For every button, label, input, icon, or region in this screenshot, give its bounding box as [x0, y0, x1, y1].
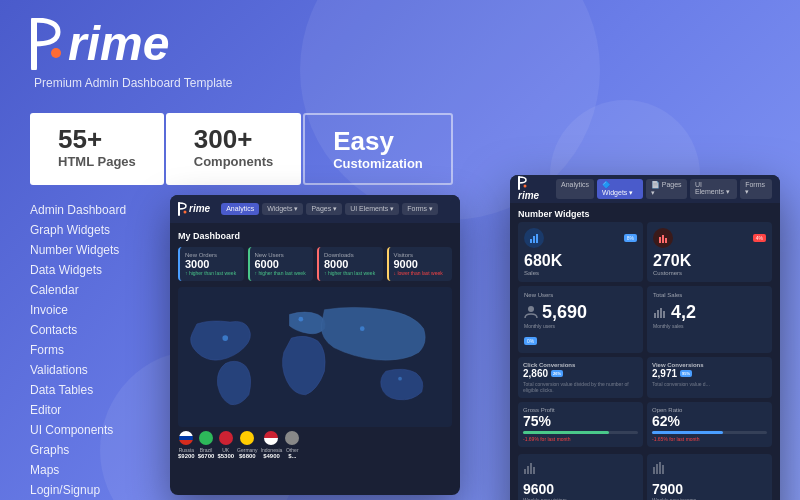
- total-sales-val: 4,2: [671, 302, 696, 323]
- dash-pill-forms: Forms ▾: [402, 203, 438, 215]
- nav-calendar[interactable]: Calendar: [30, 280, 150, 300]
- logo-p-icon: [30, 18, 66, 70]
- new-users-val: 5,690: [542, 302, 587, 323]
- svg-rect-10: [659, 237, 661, 243]
- sales-icon-circle: [524, 228, 544, 248]
- conversion-row: Click Conversions 2,860 26% Total conver…: [510, 357, 780, 402]
- progress-row: Gross Profit 75% -1.69% for last month O…: [518, 402, 772, 447]
- widget-section-title: Number Widgets: [510, 203, 780, 222]
- svg-point-0: [51, 48, 61, 58]
- world-map-svg: [178, 287, 452, 427]
- weekly-income-val: 7900: [652, 481, 767, 497]
- sales-chart-icon: [653, 305, 667, 319]
- dash-orders-val: 3000: [185, 258, 239, 270]
- widget-sales-header: 8%: [524, 228, 637, 248]
- stat-easy: Easy Customization: [303, 113, 453, 185]
- svg-point-13: [528, 306, 534, 312]
- flag-germany: Germany $6800: [237, 431, 258, 459]
- dash-left-title: My Dashboard: [178, 231, 452, 241]
- dash-stat-row: New Orders 3000 ↑ higher than last week …: [178, 247, 452, 281]
- flag-extra-circle: [285, 431, 299, 445]
- svg-rect-23: [656, 464, 658, 474]
- nav-contacts[interactable]: Contacts: [30, 320, 150, 340]
- customers-bar-icon: [658, 233, 668, 243]
- svg-point-4: [360, 326, 365, 331]
- gross-profit-bar-wrap: [523, 431, 638, 434]
- gross-profit-val: 75%: [523, 413, 638, 429]
- flag-uk: UK $5300: [217, 431, 234, 459]
- svg-rect-8: [533, 236, 535, 243]
- income-icon: [652, 459, 668, 475]
- nav-ui-components[interactable]: UI Components: [30, 420, 150, 440]
- svg-rect-18: [524, 469, 526, 474]
- dashboard-right-screenshot: rime Analytics 🔷 Widgets ▾ 📄 Pages ▾ UI …: [510, 175, 780, 500]
- dash-left-nav: Analytics Widgets ▾ Pages ▾ UI Elements …: [221, 203, 438, 215]
- dash-orders-sub: ↑ higher than last week: [185, 270, 239, 276]
- nav-validations[interactable]: Validations: [30, 360, 150, 380]
- nav-graphs[interactable]: Graphs: [30, 440, 150, 460]
- svg-rect-14: [654, 313, 656, 318]
- flag-uk-val: $5300: [217, 453, 234, 459]
- view-conv-val: 2,971 95%: [652, 368, 767, 379]
- nav-graph-widgets[interactable]: Graph Widgets: [30, 220, 150, 240]
- svg-rect-17: [663, 311, 665, 318]
- nav-forms[interactable]: Forms: [30, 340, 150, 360]
- dash-downloads-sub: ↑ higher than last week: [324, 270, 378, 276]
- svg-rect-9: [536, 234, 538, 243]
- nav-login-signup[interactable]: Login/Signup: [30, 480, 150, 500]
- dash-stat-visitors: Visitors 9000 ↓ lower than last week: [387, 247, 453, 281]
- stat-number-pages: 55+: [58, 125, 136, 154]
- dash-stat-orders: New Orders 3000 ↑ higher than last week: [178, 247, 244, 281]
- stat-label-easy: Customization: [333, 156, 423, 171]
- nav-editor[interactable]: Editor: [30, 400, 150, 420]
- click-conversions-card: Click Conversions 2,860 26% Total conver…: [518, 357, 643, 398]
- svg-rect-7: [530, 239, 532, 243]
- click-conv-desc: Total conversion value divided by the nu…: [523, 381, 638, 393]
- weekly-visitors-card: 9600 Weekly new visitors: [518, 454, 643, 500]
- stat-number-easy: Easy: [333, 127, 423, 156]
- bottom-widgets: 9600 Weekly new visitors 7900 Weekly new…: [510, 454, 780, 500]
- nav-data-tables[interactable]: Data Tables: [30, 380, 150, 400]
- main-content: Admin Dashboard Graph Widgets Number Wid…: [0, 195, 800, 500]
- dash-visitors-val: 9000: [394, 258, 448, 270]
- stat-components: 300+ Components: [166, 113, 301, 185]
- total-sales-sub: Monthly sales: [653, 323, 766, 329]
- flag-indonesia: Indonesia $4900: [261, 431, 283, 459]
- dash-right-nav: Analytics 🔷 Widgets ▾ 📄 Pages ▾ UI Eleme…: [556, 179, 772, 199]
- sales-bar-icon: [529, 233, 539, 243]
- dash-left-logo: rime: [178, 202, 210, 216]
- flag-germany-circle: [240, 431, 254, 445]
- svg-point-5: [398, 376, 402, 380]
- nav-admin-dashboard[interactable]: Admin Dashboard: [30, 200, 150, 220]
- stat-label-pages: HTML Pages: [58, 154, 136, 169]
- dash-pill-pages: Pages ▾: [306, 203, 342, 215]
- dash-right-logo: rime: [518, 176, 547, 201]
- svg-rect-24: [659, 462, 661, 474]
- dash-visitors-sub: ↓ lower than last week: [394, 270, 448, 276]
- svg-rect-15: [657, 310, 659, 318]
- dash-right-analytics: Analytics: [556, 179, 594, 199]
- open-ratio-sub: -1.65% for last month: [652, 436, 767, 442]
- svg-rect-19: [527, 466, 529, 474]
- widget-sales: 8% 680K Sales: [518, 222, 643, 282]
- nav-maps[interactable]: Maps: [30, 460, 150, 480]
- nav-invoice[interactable]: Invoice: [30, 300, 150, 320]
- dash-right-ui: UI Elements ▾: [690, 179, 737, 199]
- stat-html-pages: 55+ HTML Pages: [30, 113, 164, 185]
- view-conv-badge: 95%: [680, 370, 692, 377]
- weekly-visitors-val: 9600: [523, 481, 638, 497]
- total-sales-title: Total Sales: [653, 292, 766, 298]
- total-sales-card: Total Sales 4,2 Monthly sales: [647, 286, 772, 353]
- gross-profit-card: Gross Profit 75% -1.69% for last month: [518, 402, 643, 447]
- customers-label: Customers: [653, 270, 766, 276]
- nav-data-widgets[interactable]: Data Widgets: [30, 260, 150, 280]
- dash-right-forms: Forms ▾: [740, 179, 772, 199]
- svg-rect-20: [530, 463, 532, 474]
- svg-rect-25: [662, 465, 664, 474]
- flag-russia: Russia $9200: [178, 431, 195, 459]
- weekly-income-card: 7900 Weekly new income: [647, 454, 772, 500]
- nav-number-widgets[interactable]: Number Widgets: [30, 240, 150, 260]
- dash-left-topbar: rime Analytics Widgets ▾ Pages ▾ UI Elem…: [170, 195, 460, 223]
- svg-rect-21: [533, 467, 535, 474]
- dash-pill-analytics: Analytics: [221, 203, 259, 215]
